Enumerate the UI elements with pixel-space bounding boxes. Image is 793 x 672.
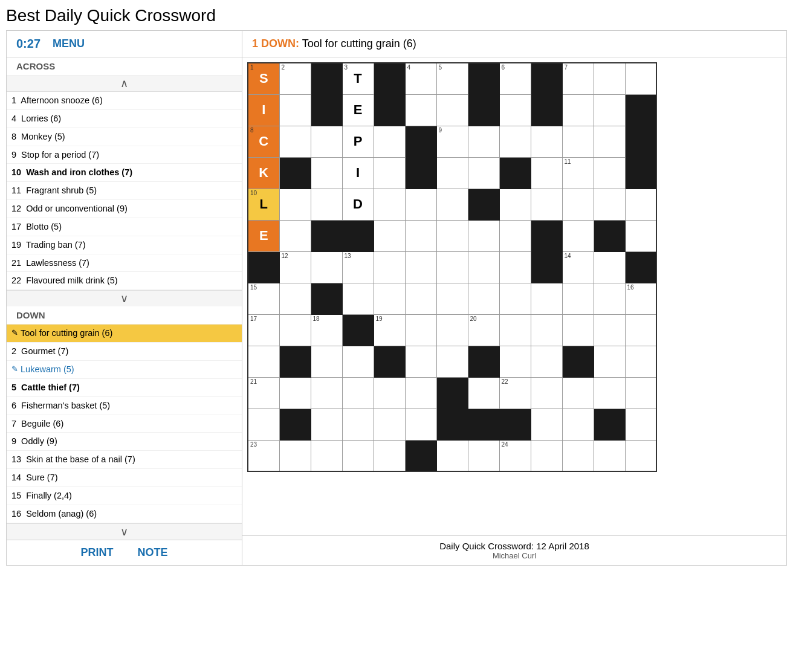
cell-12-5[interactable] <box>374 409 405 440</box>
cell-10-13[interactable] <box>625 346 656 377</box>
cell-5-5[interactable] <box>374 189 405 220</box>
cell-4-8[interactable] <box>468 157 499 189</box>
cell-9-11[interactable] <box>562 314 594 346</box>
cell-11-10[interactable] <box>531 377 562 409</box>
cell-9-8[interactable]: 20 <box>468 314 499 346</box>
cell-3-8[interactable] <box>468 126 499 157</box>
cell-6-13[interactable] <box>625 220 656 251</box>
cell-2-11[interactable] <box>562 94 594 126</box>
clue-down-2[interactable]: 2 Gourmet (7) <box>7 343 242 361</box>
cell-8-5[interactable] <box>374 283 405 314</box>
cell-8-1[interactable]: 15 <box>248 283 279 314</box>
cell-13-7[interactable] <box>436 440 468 471</box>
cell-11-2[interactable] <box>279 377 311 409</box>
scroll-up-across[interactable]: ∧ <box>7 76 242 92</box>
cell-2-2[interactable] <box>279 94 311 126</box>
clue-across-17[interactable]: 17 Blotto (5) <box>7 218 242 236</box>
cell-13-8[interactable] <box>468 440 499 471</box>
cell-1-9[interactable]: 6 <box>499 63 531 94</box>
cell-1-7[interactable]: 5 <box>436 63 468 94</box>
cell-6-8[interactable] <box>468 220 499 251</box>
clue-down-9[interactable]: 9 Oddly (9) <box>7 433 242 451</box>
cell-2-7[interactable] <box>436 94 468 126</box>
cell-7-4[interactable]: 13 <box>342 251 374 283</box>
clue-across-8[interactable]: 8 Monkey (5) <box>7 128 242 146</box>
cell-3-11[interactable] <box>562 126 594 157</box>
cell-8-9[interactable] <box>499 283 531 314</box>
cell-5-11[interactable] <box>562 189 594 220</box>
cell-10-9[interactable] <box>499 346 531 377</box>
cell-4-5[interactable] <box>374 157 405 189</box>
cell-13-13[interactable] <box>625 440 656 471</box>
cell-5-3[interactable] <box>311 189 342 220</box>
cell-13-12[interactable] <box>594 440 625 471</box>
cell-9-13[interactable] <box>625 314 656 346</box>
cell-8-11[interactable] <box>562 283 594 314</box>
cell-8-8[interactable] <box>468 283 499 314</box>
cell-12-11[interactable] <box>562 409 594 440</box>
cell-6-2[interactable] <box>279 220 311 251</box>
clue-down-15[interactable]: 15 Finally (2,4) <box>7 487 242 505</box>
cell-11-3[interactable] <box>311 377 342 409</box>
clue-down-1[interactable]: ✎ Tool for cutting grain (6) <box>7 325 242 343</box>
cell-3-10[interactable] <box>531 126 562 157</box>
scroll-down-down[interactable]: ∨ <box>7 523 242 540</box>
cell-11-9[interactable]: 22 <box>499 377 531 409</box>
cell-3-4[interactable]: P <box>342 126 374 157</box>
scroll-down-across[interactable]: ∨ <box>7 290 242 306</box>
clue-down-16[interactable]: 16 Seldom (anag) (6) <box>7 505 242 523</box>
clue-down-5[interactable]: 5 Cattle thief (7) <box>7 379 242 397</box>
cell-7-11[interactable]: 14 <box>562 251 594 283</box>
cell-9-3[interactable]: 18 <box>311 314 342 346</box>
cell-12-10[interactable] <box>531 409 562 440</box>
cell-7-9[interactable] <box>499 251 531 283</box>
cell-8-2[interactable] <box>279 283 311 314</box>
cell-1-12[interactable] <box>594 63 625 94</box>
cell-6-6[interactable] <box>405 220 436 251</box>
cell-10-7[interactable] <box>436 346 468 377</box>
cell-1-13[interactable] <box>625 63 656 94</box>
cell-8-12[interactable] <box>594 283 625 314</box>
crossword-grid[interactable]: 1 S 2 3 T <box>247 62 657 472</box>
clue-across-10[interactable]: 10 Wash and iron clothes (7) <box>7 164 242 182</box>
cell-1-1[interactable]: 1 S <box>248 63 279 94</box>
cell-12-3[interactable] <box>311 409 342 440</box>
clue-down-7[interactable]: 7 Beguile (6) <box>7 415 242 433</box>
cell-7-5[interactable] <box>374 251 405 283</box>
cell-4-11[interactable]: 11 <box>562 157 594 189</box>
cell-13-3[interactable] <box>311 440 342 471</box>
cell-8-6[interactable] <box>405 283 436 314</box>
cell-5-10[interactable] <box>531 189 562 220</box>
cell-11-12[interactable] <box>594 377 625 409</box>
cell-5-1[interactable]: 10 L <box>248 189 279 220</box>
clue-down-6[interactable]: 6 Fisherman's basket (5) <box>7 397 242 415</box>
menu-button[interactable]: MENU <box>53 37 85 50</box>
clue-across-21[interactable]: 21 Lawlessness (7) <box>7 254 242 273</box>
cell-5-2[interactable] <box>279 189 311 220</box>
clue-down-14[interactable]: 14 Sure (7) <box>7 469 242 487</box>
clue-across-11[interactable]: 11 Fragrant shrub (5) <box>7 182 242 200</box>
cell-9-2[interactable] <box>279 314 311 346</box>
cell-6-1[interactable]: E <box>248 220 279 251</box>
cell-11-13[interactable] <box>625 377 656 409</box>
cell-13-1[interactable]: 23 <box>248 440 279 471</box>
cell-11-11[interactable] <box>562 377 594 409</box>
clue-across-9[interactable]: 9 Stop for a period (7) <box>7 146 242 164</box>
cell-11-6[interactable] <box>405 377 436 409</box>
cell-5-4[interactable]: D <box>342 189 374 220</box>
cell-8-13[interactable]: 16 <box>625 283 656 314</box>
cell-5-12[interactable] <box>594 189 625 220</box>
cell-13-4[interactable] <box>342 440 374 471</box>
cell-9-6[interactable] <box>405 314 436 346</box>
cell-3-7[interactable]: 9 <box>436 126 468 157</box>
cell-7-8[interactable] <box>468 251 499 283</box>
cell-7-3[interactable] <box>311 251 342 283</box>
cell-6-11[interactable] <box>562 220 594 251</box>
cell-10-6[interactable] <box>405 346 436 377</box>
cell-4-1[interactable]: K <box>248 157 279 189</box>
cell-12-1[interactable] <box>248 409 279 440</box>
cell-5-9[interactable] <box>499 189 531 220</box>
clues-section[interactable]: ACROSS ∧ 1 Afternoon snooze (6) 4 Lorrie… <box>7 57 242 540</box>
cell-12-4[interactable] <box>342 409 374 440</box>
cell-10-4[interactable] <box>342 346 374 377</box>
